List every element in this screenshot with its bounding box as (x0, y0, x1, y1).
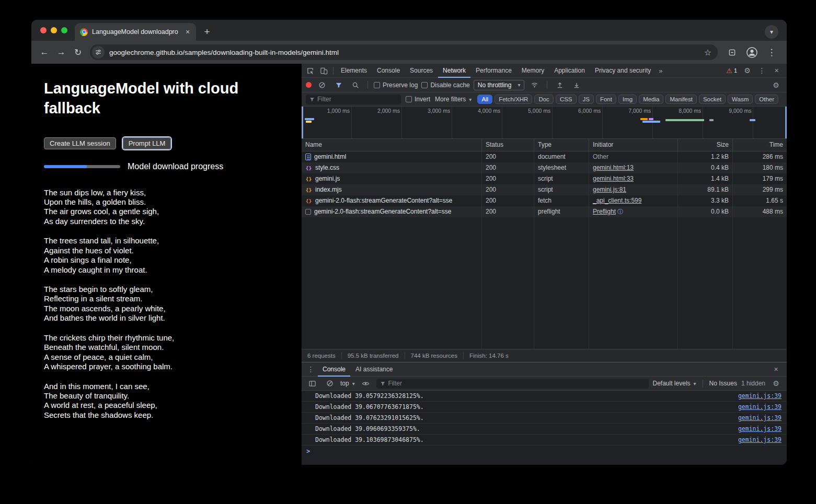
tab-close-icon[interactable]: × (183, 28, 192, 36)
network-conditions-icon[interactable] (528, 79, 541, 91)
devtools-settings-gear-icon[interactable]: ⚙ (741, 64, 754, 77)
record-network-log-icon[interactable] (306, 82, 312, 88)
filter-chip-socket[interactable]: Socket (699, 95, 726, 104)
log-levels-select[interactable]: Default levels ▾ (653, 380, 696, 387)
column-header-type[interactable]: Type (534, 139, 589, 151)
drawer-tab-ai-assistance[interactable]: AI assistance (351, 362, 397, 377)
source-link[interactable]: gemini.js:39 (738, 425, 781, 432)
filter-chip-media[interactable]: Media (639, 95, 663, 104)
network-overview-timeline[interactable]: 1,000 ms 2,000 ms 3,000 ms 4,000 ms 5,00… (302, 107, 787, 139)
live-expression-eye-icon[interactable] (359, 377, 372, 390)
tab-performance[interactable]: Performance (471, 64, 516, 78)
drawer-menu-kebab-icon[interactable]: ⋮ (304, 363, 317, 376)
source-link[interactable]: gemini.js:39 (738, 414, 781, 421)
filter-chip-js[interactable]: JS (579, 95, 594, 104)
extensions-icon[interactable] (724, 44, 740, 60)
tab-memory[interactable]: Memory (517, 64, 549, 78)
create-llm-session-button[interactable]: Create LLM session (44, 137, 116, 149)
initiator-link[interactable]: gemini.html:13 (593, 164, 634, 171)
disable-cache-checkbox[interactable]: Disable cache (421, 81, 469, 89)
source-link[interactable]: gemini.js:39 (738, 403, 781, 411)
search-icon[interactable] (349, 79, 362, 91)
filter-chip-img[interactable]: Img (618, 95, 637, 104)
clear-console-icon[interactable] (323, 377, 336, 390)
filter-chip-doc[interactable]: Doc (534, 95, 553, 104)
requests-count: 6 requests (302, 352, 342, 359)
tab-sources[interactable]: Sources (405, 64, 438, 78)
reload-button[interactable]: ↻ (70, 44, 86, 60)
filter-chip-other[interactable]: Other (755, 95, 778, 104)
checkbox-icon[interactable] (406, 96, 412, 102)
browser-menu-kebab-icon[interactable]: ⋮ (764, 44, 779, 60)
invert-checkbox[interactable]: Invert (406, 96, 430, 103)
initiator-link[interactable]: gemini.js:81 (593, 186, 626, 193)
column-header-initiator[interactable]: Initiator (589, 139, 678, 151)
filter-chip-css[interactable]: CSS (556, 95, 577, 104)
timeline-selection-handle[interactable] (785, 107, 787, 138)
console-filter-input[interactable] (388, 380, 645, 387)
browser-tab[interactable]: LanguageModel downloadpro × (75, 23, 196, 41)
back-button[interactable]: ← (37, 44, 52, 60)
url-input[interactable] (109, 49, 699, 56)
initiator-link[interactable]: _api_client.ts:599 (593, 197, 641, 204)
zoom-window-button[interactable] (61, 27, 67, 33)
console-prompt[interactable]: > (302, 446, 787, 456)
close-window-button[interactable] (40, 27, 47, 33)
timeline-activity-bar (649, 118, 653, 120)
filter-chip-fetch-xhr[interactable]: Fetch/XHR (495, 95, 532, 104)
tab-elements[interactable]: Elements (336, 64, 372, 78)
devtools-close-icon[interactable]: × (770, 64, 783, 77)
network-settings-gear-icon[interactable]: ⚙ (769, 79, 783, 91)
site-info-icon[interactable] (92, 46, 105, 58)
initiator-link[interactable]: Preflight (593, 208, 616, 215)
export-har-icon[interactable] (570, 79, 583, 91)
checkbox-icon[interactable] (421, 82, 428, 88)
filter-chip-font[interactable]: Font (596, 95, 616, 104)
more-filters-button[interactable]: More filters ▾ (435, 96, 472, 103)
throttling-select[interactable]: No throttling ▾ (474, 80, 525, 90)
console-sidebar-icon[interactable] (306, 377, 319, 390)
console-settings-gear-icon[interactable]: ⚙ (769, 377, 783, 390)
tab-privacy-security[interactable]: Privacy and security (590, 64, 656, 78)
context-selector[interactable]: top ▾ (340, 380, 355, 387)
source-link[interactable]: gemini.js:39 (738, 392, 781, 400)
drawer-tab-console[interactable]: Console (318, 362, 350, 377)
drawer-close-icon[interactable]: × (769, 363, 783, 376)
bookmark-star-icon[interactable]: ☆ (704, 48, 711, 57)
error-badge[interactable]: ⚠ 1 (724, 67, 739, 75)
source-link[interactable]: gemini.js:39 (738, 436, 781, 443)
issues-counter[interactable]: No Issues (709, 380, 737, 387)
filter-chip-all[interactable]: All (477, 95, 492, 104)
column-header-status[interactable]: Status (482, 139, 534, 151)
prompt-llm-button[interactable]: Prompt LLM (123, 137, 171, 149)
column-header-name[interactable]: Name (302, 139, 482, 151)
network-filter-input-box[interactable] (306, 95, 401, 104)
network-filter-input[interactable] (317, 96, 397, 103)
filter-chip-manifest[interactable]: Manifest (665, 95, 696, 104)
checkbox-icon[interactable] (374, 82, 380, 88)
tab-network[interactable]: Network (438, 64, 470, 78)
column-header-size[interactable]: Size (678, 139, 733, 151)
forward-button[interactable]: → (53, 44, 69, 60)
timeline-selection-handle[interactable] (302, 107, 303, 138)
profile-avatar[interactable] (744, 44, 760, 60)
filter-chip-wasm[interactable]: Wasm (728, 95, 753, 104)
preserve-log-checkbox[interactable]: Preserve log (374, 81, 418, 89)
tab-search-button[interactable]: ▾ (765, 25, 778, 39)
omnibox[interactable]: ☆ (90, 44, 718, 60)
hidden-messages-count[interactable]: 1 hidden (741, 380, 765, 387)
inspect-element-icon[interactable] (304, 64, 317, 77)
initiator-link[interactable]: gemini.html:33 (593, 175, 634, 182)
tab-console[interactable]: Console (372, 64, 405, 78)
new-tab-button[interactable]: + (200, 25, 214, 39)
filter-funnel-icon[interactable] (332, 79, 345, 91)
minimize-window-button[interactable] (51, 27, 57, 33)
more-tabs-icon[interactable]: » (656, 67, 665, 75)
tab-application[interactable]: Application (549, 64, 590, 78)
column-header-time[interactable]: Time (733, 139, 787, 151)
clear-network-log-icon[interactable] (315, 79, 328, 91)
import-har-icon[interactable] (553, 79, 566, 91)
console-filter-input-box[interactable] (376, 379, 649, 389)
devtools-menu-kebab-icon[interactable]: ⋮ (755, 64, 768, 77)
device-toolbar-icon[interactable] (317, 64, 330, 77)
